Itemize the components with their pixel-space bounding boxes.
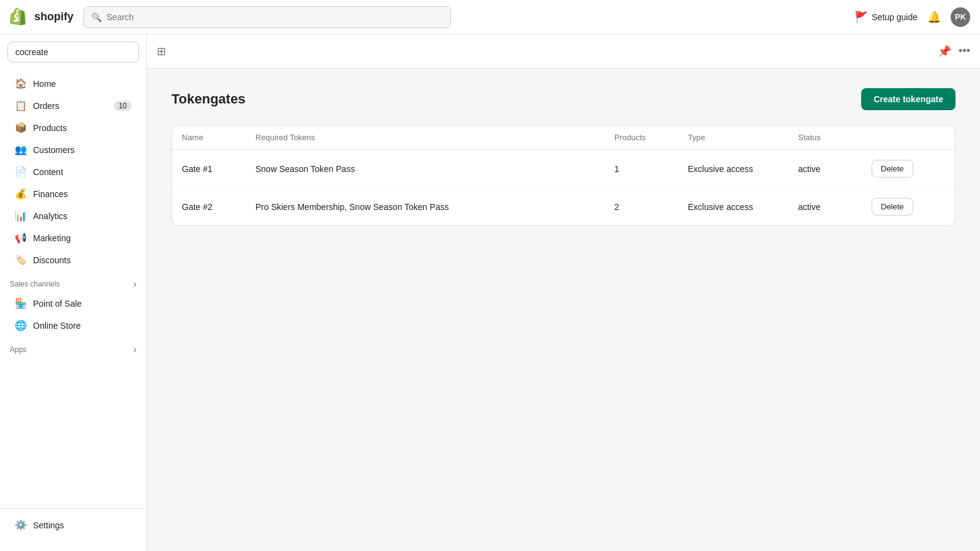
sales-channels-section[interactable]: Sales channels › xyxy=(0,271,146,292)
col-required-tokens: Required Tokens xyxy=(255,133,614,142)
chevron-right-icon: › xyxy=(134,279,137,290)
row1-delete-button[interactable]: Delete xyxy=(872,160,913,178)
row1-actions: Delete xyxy=(872,160,945,178)
online-store-icon: 🌐 xyxy=(15,320,27,331)
avatar[interactable]: PK xyxy=(951,7,970,27)
col-status: Status xyxy=(798,133,872,142)
sidebar-item-orders[interactable]: 📋 Orders 10 xyxy=(5,95,141,116)
setup-guide-label: Setup guide xyxy=(872,12,918,22)
sidebar-nav: 🏠 Home 📋 Orders 10 📦 Products 👥 Customer… xyxy=(0,70,146,508)
row2-type: Exclusive access xyxy=(688,202,798,212)
settings-label: Settings xyxy=(33,520,64,530)
logo[interactable]: shopify xyxy=(10,7,74,27)
more-options-icon[interactable]: ••• xyxy=(959,45,970,58)
content-icon: 📄 xyxy=(15,166,27,178)
create-tokengate-button[interactable]: Create tokengate xyxy=(861,88,956,110)
layout: cocreate 🏠 Home 📋 Orders 10 📦 Products 👥… xyxy=(0,34,980,551)
apps-chevron-icon: › xyxy=(134,344,137,355)
page-header: Tokengates Create tokengate xyxy=(172,88,956,110)
row1-name: Gate #1 xyxy=(182,164,255,174)
main-topbar-right: 📌 ••• xyxy=(938,45,970,58)
sidebar-item-finances[interactable]: 💰 Finances xyxy=(5,183,141,204)
page-title: Tokengates xyxy=(172,91,246,107)
sidebar-item-label: Customers xyxy=(33,145,75,155)
grid-view-icon[interactable]: ⊞ xyxy=(157,45,166,58)
marketing-icon: 📢 xyxy=(15,232,27,244)
apps-section[interactable]: Apps › xyxy=(0,337,146,358)
sidebar-item-products[interactable]: 📦 Products xyxy=(5,117,141,138)
top-navigation: shopify 🔍 🚩 Setup guide 🔔 PK xyxy=(0,0,980,34)
setup-guide-button[interactable]: 🚩 Setup guide xyxy=(854,10,918,24)
orders-badge: 10 xyxy=(114,101,132,111)
sidebar-item-label: Content xyxy=(33,167,63,177)
search-bar[interactable]: 🔍 xyxy=(83,6,451,28)
table-header: Name Required Tokens Products Type Statu… xyxy=(172,126,955,150)
page-content: Tokengates Create tokengate Name Require… xyxy=(147,69,980,246)
row2-name: Gate #2 xyxy=(182,202,255,212)
col-name: Name xyxy=(182,133,255,142)
discounts-icon: 🏷️ xyxy=(15,254,27,266)
row2-status: active xyxy=(798,202,872,212)
sidebar-item-label: Discounts xyxy=(33,255,70,265)
pin-icon[interactable]: 📌 xyxy=(938,45,951,58)
sidebar-item-label: Marketing xyxy=(33,233,70,243)
search-icon: 🔍 xyxy=(91,12,102,22)
sales-channels-label: Sales channels xyxy=(10,280,59,288)
orders-icon: 📋 xyxy=(15,100,27,111)
sidebar-item-analytics[interactable]: 📊 Analytics xyxy=(5,205,141,227)
sidebar-item-label: Point of Sale xyxy=(33,299,81,309)
sidebar-item-label: Finances xyxy=(33,189,68,199)
apps-label: Apps xyxy=(10,345,26,354)
sidebar-item-label: Products xyxy=(33,123,67,133)
finances-icon: 💰 xyxy=(15,188,27,200)
row2-products: 2 xyxy=(614,202,688,212)
row1-status: active xyxy=(798,164,872,174)
flag-icon: 🚩 xyxy=(854,10,868,24)
col-actions xyxy=(872,133,945,142)
home-icon: 🏠 xyxy=(15,78,27,89)
settings-icon: ⚙️ xyxy=(15,519,27,531)
sidebar-item-marketing[interactable]: 📢 Marketing xyxy=(5,227,141,249)
main-topbar-left: ⊞ xyxy=(157,45,166,58)
tokengates-table: Name Required Tokens Products Type Statu… xyxy=(172,125,956,226)
sidebar-item-label: Online Store xyxy=(33,321,81,331)
analytics-icon: 📊 xyxy=(15,210,27,222)
store-name[interactable]: cocreate xyxy=(7,42,139,62)
sidebar-bottom: ⚙️ Settings xyxy=(0,508,146,541)
sidebar-item-label: Home xyxy=(33,79,56,89)
main-topbar: ⊞ 📌 ••• xyxy=(147,34,980,69)
logo-text: shopify xyxy=(34,10,74,23)
sidebar-item-home[interactable]: 🏠 Home xyxy=(5,73,141,94)
customers-icon: 👥 xyxy=(15,144,27,156)
sidebar-item-label: Orders xyxy=(33,101,59,111)
sidebar-item-content[interactable]: 📄 Content xyxy=(5,161,141,182)
sidebar: cocreate 🏠 Home 📋 Orders 10 📦 Products 👥… xyxy=(0,34,147,551)
sidebar-item-pos[interactable]: 🏪 Point of Sale xyxy=(5,293,141,314)
table-row: Gate #2 Pro Skiers Membership, Snow Seas… xyxy=(172,188,955,225)
shopify-logo-icon xyxy=(10,7,29,27)
products-icon: 📦 xyxy=(15,122,27,133)
notification-bell-icon[interactable]: 🔔 xyxy=(927,10,941,24)
col-products: Products xyxy=(614,133,688,142)
row2-actions: Delete xyxy=(872,198,945,216)
pos-icon: 🏪 xyxy=(15,298,27,309)
sidebar-item-customers[interactable]: 👥 Customers xyxy=(5,139,141,160)
row2-required-tokens: Pro Skiers Membership, Snow Season Token… xyxy=(255,202,614,212)
sidebar-item-settings[interactable]: ⚙️ Settings xyxy=(5,514,141,536)
search-input[interactable] xyxy=(107,12,443,22)
nav-right: 🚩 Setup guide 🔔 PK xyxy=(854,7,970,27)
row1-products: 1 xyxy=(614,164,688,174)
main-content: ⊞ 📌 ••• Tokengates Create tokengate Name… xyxy=(147,34,980,551)
row1-required-tokens: Snow Season Token Pass xyxy=(255,164,614,174)
row1-type: Exclusive access xyxy=(688,164,798,174)
sidebar-item-discounts[interactable]: 🏷️ Discounts xyxy=(5,249,141,271)
row2-delete-button[interactable]: Delete xyxy=(872,198,913,216)
sidebar-item-online-store[interactable]: 🌐 Online Store xyxy=(5,315,141,336)
sidebar-item-label: Analytics xyxy=(33,211,67,221)
table-row: Gate #1 Snow Season Token Pass 1 Exclusi… xyxy=(172,150,955,188)
col-type: Type xyxy=(688,133,798,142)
